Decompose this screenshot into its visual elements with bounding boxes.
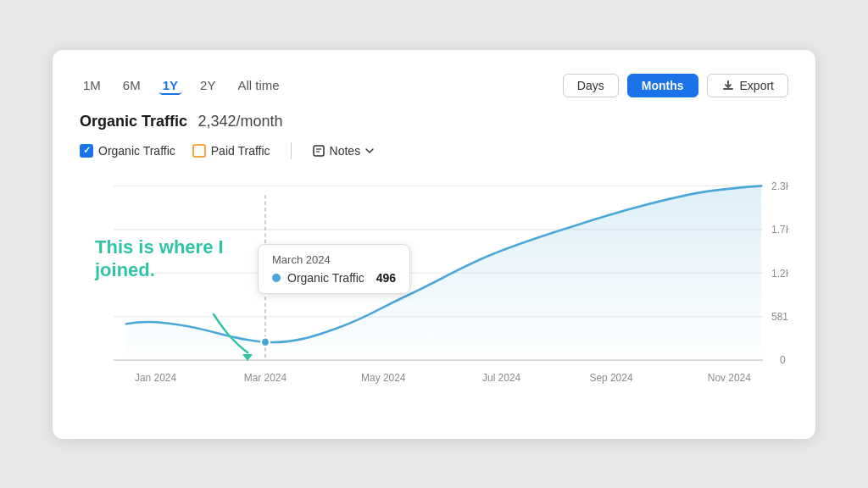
organic-legend-item[interactable]: ✓ Organic Traffic [80,144,175,158]
notes-icon [312,144,326,158]
legend-row: ✓ Organic Traffic Paid Traffic Notes [80,142,788,159]
days-toggle[interactable]: Days [563,74,619,97]
svg-rect-0 [723,88,733,90]
legend-divider [291,142,292,159]
metric-title: Organic Traffic [80,113,187,130]
annotation-arrow [205,310,273,361]
svg-marker-11 [242,354,253,361]
filter-6m[interactable]: 6M [120,76,144,94]
filter-1m[interactable]: 1M [80,76,104,94]
export-icon [721,79,735,92]
y-label-581: 581 [771,310,788,323]
chevron-down-icon [364,146,375,156]
y-label-2300: 2.3K [771,180,788,192]
top-bar: 1M 6M 1Y 2Y All time Days Months Export [80,74,788,97]
paid-checkbox[interactable] [192,144,206,158]
annotation-text: This is where I joined. [95,236,226,282]
filter-2y[interactable]: 2Y [197,76,219,94]
export-button[interactable]: Export [707,74,788,97]
main-card: 1M 6M 1Y 2Y All time Days Months Export … [53,50,815,439]
time-filters: 1M 6M 1Y 2Y All time [80,76,283,95]
x-label-mar: Mar 2024 [244,371,287,384]
chart-svg: 2.3K 1.7K 1.2K 581 0 Jan 2024 Mar 2024 M… [80,168,788,422]
metric-value: 2,342/month [198,113,283,130]
organic-checkbox[interactable]: ✓ [80,144,93,158]
months-toggle[interactable]: Months [627,74,698,97]
x-label-may: May 2024 [361,371,405,384]
notes-button[interactable]: Notes [312,144,376,158]
notes-label: Notes [330,144,361,158]
filter-alltime[interactable]: All time [234,76,282,94]
chart-area: 2.3K 1.7K 1.2K 581 0 Jan 2024 Mar 2024 M… [80,168,788,422]
svg-rect-2 [314,146,324,156]
x-label-jul: Jul 2024 [482,371,520,384]
checkmark-icon: ✓ [83,145,91,156]
paid-legend-item[interactable]: Paid Traffic [192,144,270,158]
x-label-sep: Sep 2024 [589,371,632,384]
x-label-jan: Jan 2024 [135,371,176,384]
filter-1y[interactable]: 1Y [159,76,181,95]
metric-row: Organic Traffic 2,342/month [80,113,788,130]
y-label-1200: 1.2K [771,267,788,280]
paid-label: Paid Traffic [211,144,270,158]
organic-label: Organic Traffic [98,144,175,158]
x-label-nov: Nov 2024 [708,371,751,384]
y-label-0: 0 [780,354,786,367]
right-controls: Days Months Export [563,74,788,97]
y-label-1700: 1.7K [771,223,788,236]
